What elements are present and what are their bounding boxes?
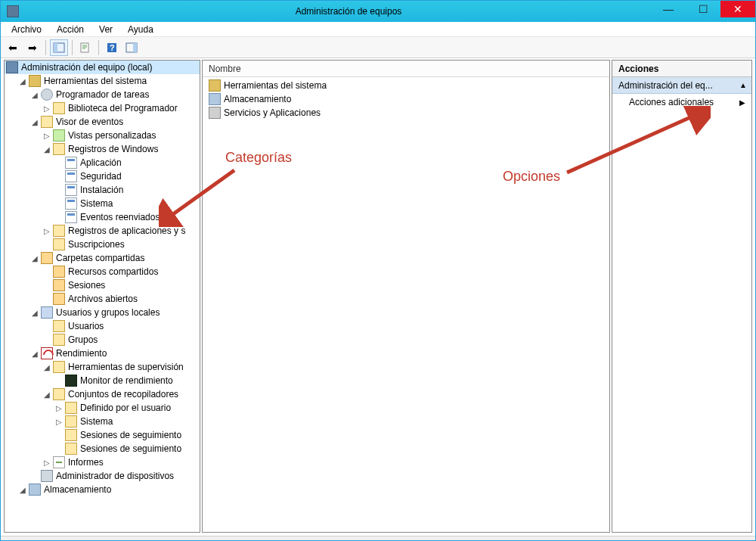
close-button[interactable]: ✕ xyxy=(720,1,755,17)
tree-label: Sistema xyxy=(80,416,113,427)
tree-user-defined[interactable]: ▷ Definido por el usuario xyxy=(5,401,200,415)
minimize-button[interactable]: — xyxy=(651,1,686,17)
window-title: Administración de equipos xyxy=(23,6,651,17)
forward-button[interactable]: ➡ xyxy=(23,39,42,56)
expander-icon[interactable]: ◢ xyxy=(30,90,39,99)
back-button[interactable]: ⬅ xyxy=(4,39,22,56)
folder-icon xyxy=(65,402,77,414)
expander-icon[interactable]: ▷ xyxy=(42,131,51,140)
expander-icon[interactable]: ▷ xyxy=(42,104,51,113)
tree-log-system[interactable]: · Sistema xyxy=(5,197,200,210)
properties-button[interactable] xyxy=(76,39,94,56)
show-hide-tree-button[interactable] xyxy=(50,39,68,56)
expander-icon[interactable]: ▷ xyxy=(54,403,64,412)
tree-device-manager[interactable]: · Administrador de dispositivos xyxy=(5,469,200,483)
tree-label: Usuarios xyxy=(68,321,104,331)
app-window: Administración de equipos — ☐ ✕ Archivo … xyxy=(0,0,756,541)
list-item[interactable]: Herramientas del sistema xyxy=(204,79,608,92)
folder-icon xyxy=(53,334,65,346)
folder-icon xyxy=(65,415,77,428)
list-item[interactable]: Servicios y Aplicaciones xyxy=(204,106,608,120)
tree-collector-sets[interactable]: ◢ Conjuntos de recopiladores xyxy=(5,387,200,401)
tree-label: Rendimiento xyxy=(56,348,107,359)
tree-users[interactable]: · Usuarios xyxy=(5,319,200,333)
tree-shared-folders[interactable]: ◢ Carpetas compartidas xyxy=(5,251,200,265)
tree-event-viewer[interactable]: ◢ Visor de eventos xyxy=(5,115,200,129)
tree-monitoring-tools[interactable]: ◢ Herramientas de supervisión xyxy=(5,360,200,374)
tree-system-tools[interactable]: ◢ Herramientas del sistema xyxy=(5,74,200,88)
log-icon xyxy=(65,184,77,196)
expander-icon[interactable]: ◢ xyxy=(30,308,39,317)
eventviewer-icon xyxy=(41,116,53,128)
expander-icon[interactable]: ▷ xyxy=(42,226,51,235)
tree-sessions[interactable]: · Sesiones xyxy=(5,278,200,292)
app-icon xyxy=(7,5,19,17)
tree-trace-sessions-startup[interactable]: · Sesiones de seguimiento xyxy=(5,442,200,455)
menu-action[interactable]: Acción xyxy=(49,23,91,36)
menu-help[interactable]: Ayuda xyxy=(120,23,161,36)
tree-label: Almacenamiento xyxy=(44,484,111,495)
tree-label: Carpetas compartidas xyxy=(56,253,144,263)
tree-label: Grupos xyxy=(68,334,98,345)
list-body: Herramientas del sistema Almacenamiento … xyxy=(203,77,609,121)
actions-additional[interactable]: Acciones adicionales ▶ xyxy=(612,94,751,110)
expander-icon[interactable]: ◢ xyxy=(42,362,51,372)
svg-text:?: ? xyxy=(110,43,115,52)
monitor-icon xyxy=(65,375,77,387)
svg-rect-6 xyxy=(133,43,137,52)
tree-label: Administración del equipo (local) xyxy=(21,62,152,73)
expander-icon[interactable]: ◢ xyxy=(30,253,39,263)
tree-label: Definido por el usuario xyxy=(80,403,171,413)
expander-icon[interactable]: ◢ xyxy=(18,485,27,494)
tree-storage[interactable]: ◢ Almacenamiento xyxy=(5,483,200,496)
tree-label: Sesiones de seguimiento xyxy=(80,443,181,454)
tree-task-scheduler[interactable]: ◢ Programador de tareas xyxy=(5,88,200,101)
expander-icon[interactable]: ▷ xyxy=(54,417,64,426)
maximize-button[interactable]: ☐ xyxy=(686,1,720,17)
help-button[interactable]: ? xyxy=(103,39,121,56)
tree-groups[interactable]: · Grupos xyxy=(5,333,200,347)
actions-context[interactable]: Administración del eq... ▲ xyxy=(612,77,751,94)
list-column-header[interactable]: Nombre xyxy=(203,61,609,77)
tree-trace-sessions[interactable]: · Sesiones de seguimiento xyxy=(5,428,200,442)
expander-icon[interactable]: ◢ xyxy=(42,390,51,399)
tree-perf-monitor[interactable]: · Monitor de rendimiento xyxy=(5,374,200,387)
tree-open-files[interactable]: · Archivos abiertos xyxy=(5,292,200,306)
tree-log-application[interactable]: · Aplicación xyxy=(5,156,200,169)
folder-icon xyxy=(65,429,77,441)
actions-item-label: Acciones adicionales xyxy=(629,97,714,107)
list-item[interactable]: Almacenamiento xyxy=(204,92,608,106)
tree-log-setup[interactable]: · Instalación xyxy=(5,183,200,197)
tree-app-services-logs[interactable]: ▷ Registros de aplicaciones y s xyxy=(5,224,200,238)
tree-pane[interactable]: Administración del equipo (local) ◢ Herr… xyxy=(4,60,200,533)
folder-icon xyxy=(53,102,65,114)
menu-file[interactable]: Archivo xyxy=(4,23,49,36)
tree-subscriptions[interactable]: · Suscripciones xyxy=(5,238,200,251)
storage-icon xyxy=(29,483,41,496)
tree-local-users[interactable]: ◢ Usuarios y grupos locales xyxy=(5,306,200,319)
show-hide-action-button[interactable] xyxy=(122,39,141,56)
log-icon xyxy=(65,170,77,182)
toolbar-separator xyxy=(98,40,99,55)
open-files-icon xyxy=(53,293,65,305)
tree-custom-views[interactable]: ▷ Vistas personalizadas xyxy=(5,129,200,142)
expander-icon[interactable]: ▷ xyxy=(42,458,51,467)
expander-icon[interactable]: ◢ xyxy=(42,145,51,154)
expander-icon[interactable]: ◢ xyxy=(30,117,39,126)
expander-icon[interactable]: ◢ xyxy=(18,76,27,86)
list-pane[interactable]: Nombre Herramientas del sistema Almacena… xyxy=(202,60,610,533)
expander-icon[interactable]: ◢ xyxy=(30,349,39,358)
tree-label: Archivos abiertos xyxy=(68,294,138,304)
tree-log-security[interactable]: · Seguridad xyxy=(5,169,200,183)
tree-windows-logs[interactable]: ◢ Registros de Windows xyxy=(5,142,200,156)
collapse-icon[interactable]: ▲ xyxy=(739,81,747,89)
tree-reports[interactable]: ▷ Informes xyxy=(5,455,200,469)
tree-root[interactable]: Administración del equipo (local) xyxy=(5,61,200,74)
tree-shares[interactable]: · Recursos compartidos xyxy=(5,265,200,278)
tree-label: Sistema xyxy=(80,198,113,209)
tree-log-forwarded[interactable]: · Eventos reenviados xyxy=(5,210,200,224)
tree-scheduler-library[interactable]: ▷ Biblioteca del Programador xyxy=(5,101,200,115)
menu-view[interactable]: Ver xyxy=(91,23,120,36)
tree-cs-system[interactable]: ▷ Sistema xyxy=(5,415,200,428)
tree-performance[interactable]: ◢ Rendimiento xyxy=(5,347,200,360)
